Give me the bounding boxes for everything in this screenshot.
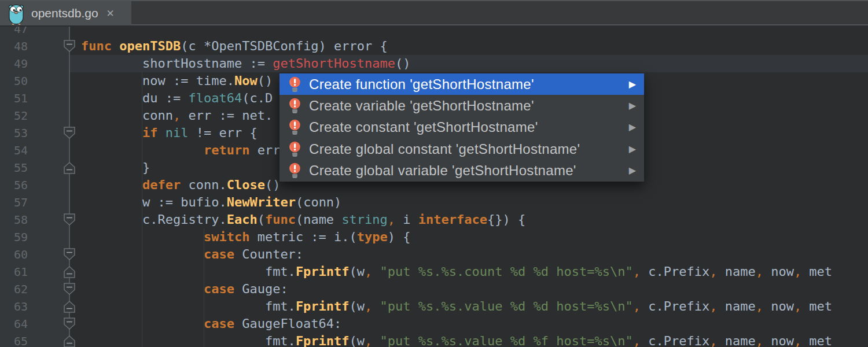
fold-marker-icon[interactable] [63,318,76,330]
code-text: du := float64(c.D [81,90,273,107]
intention-action-label: Create global constant 'getShortHostname… [309,141,629,157]
code-text: case GaugeFloat64: [81,315,341,333]
submenu-arrow-icon: ▶ [629,123,636,132]
intention-popup: Create function 'getShortHostname'▶Creat… [279,73,644,182]
code-line: 62 case Gauge: [0,280,868,298]
tab-opentsdb[interactable]: opentsdb.go ✕ [0,1,131,25]
line-number: 47 [0,27,28,38]
line-number: 60 [0,246,28,263]
fold-marker-icon[interactable] [63,40,76,53]
go-gopher-icon [7,3,25,25]
submenu-arrow-icon: ▶ [629,80,636,89]
code-line: 64 case GaugeFloat64: [0,315,868,333]
code-text: conn, err := net. [81,107,273,124]
code-line: 63 fmt.Fprintf(w, "put %s.%s.value %d %d… [0,298,868,315]
line-number: 56 [0,176,28,194]
code-line: 48func openTSDB(c *OpenTSDBConfig) error… [0,38,868,55]
lightbulb-icon [288,141,301,157]
code-text: shortHostname := getShortHostname() [81,55,411,72]
line-number: 53 [0,124,28,142]
code-line: 57 w := bufio.NewWriter(conn) [0,194,868,211]
code-line: 61 fmt.Fprintf(w, "put %s.%s.count %d %d… [0,263,868,280]
line-number: 59 [0,228,28,246]
intention-action-item[interactable]: Create constant 'getShortHostname'▶ [279,117,644,138]
line-number: 48 [0,38,28,55]
line-number: 62 [0,280,28,298]
intention-action-label: Create global variable 'getShortHostname… [309,163,629,179]
submenu-arrow-icon: ▶ [629,101,636,110]
code-line: 65 fmt.Fprintf(w, "put %s.%s.value %d %f… [0,333,868,347]
code-line: 60 case Counter: [0,246,868,263]
lightbulb-icon [288,119,301,135]
code-text: fmt.Fprintf(w, "put %s.%s.value %d %d ho… [81,298,832,315]
code-text: now := time.Now() [81,72,273,90]
line-number: 55 [0,159,28,176]
code-line: 58 c.Registry.Each(func(name string, i i… [0,211,868,228]
close-icon[interactable]: ✕ [106,9,115,19]
intention-action-label: Create constant 'getShortHostname' [309,119,629,135]
fold-marker-icon[interactable] [63,300,76,313]
lightbulb-icon [288,76,301,93]
fold-marker-icon[interactable] [63,127,76,139]
lightbulb-icon [288,98,301,114]
code-text: func openTSDB(c *OpenTSDBConfig) error { [81,38,388,55]
code-text: case Gauge: [81,280,288,298]
line-number: 50 [0,72,28,90]
fold-marker-icon[interactable] [63,161,76,174]
line-number: 52 [0,107,28,124]
tab-label: opentsdb.go [31,6,98,20]
intention-action-label: Create variable 'getShortHostname' [309,98,629,114]
code-line: 47 [0,27,868,38]
fold-marker-icon[interactable] [63,213,76,226]
line-number: 54 [0,142,28,159]
code-text: if nil != err { [81,124,258,142]
code-text: fmt.Fprintf(w, "put %s.%s.count %d %d ho… [81,263,832,280]
fold-marker-icon[interactable] [63,335,76,347]
code-text: defer conn.Close() [81,176,280,194]
code-text: return err [81,142,280,159]
code-text: } [81,159,150,176]
code-line: 49 shortHostname := getShortHostname() [0,55,868,72]
submenu-arrow-icon: ▶ [629,166,636,175]
intention-action-label: Create function 'getShortHostname' [309,76,629,93]
line-number: 64 [0,315,28,333]
line-number: 61 [0,263,28,280]
fold-marker-icon[interactable] [63,265,76,278]
code-line: 59 switch metric := i.(type) { [0,228,868,246]
line-number: 58 [0,211,28,228]
line-number: 51 [0,90,28,107]
tab-bar: opentsdb.go ✕ [0,0,868,25]
line-number: 65 [0,333,28,347]
intention-action-item[interactable]: Create function 'getShortHostname'▶ [279,73,644,95]
line-number: 63 [0,298,28,315]
code-text: fmt.Fprintf(w, "put %s.%s.value %d %f ho… [81,333,832,347]
lightbulb-icon [288,163,301,179]
line-number: 49 [0,55,28,72]
code-text: c.Registry.Each(func(name string, i inte… [81,211,525,228]
code-text: switch metric := i.(type) { [81,228,411,246]
code-text: case Counter: [81,246,303,263]
code-text: w := bufio.NewWriter(conn) [81,194,341,211]
intention-action-item[interactable]: Create global variable 'getShortHostname… [279,160,644,182]
submenu-arrow-icon: ▶ [629,145,636,154]
fold-marker-icon[interactable] [63,248,76,261]
fold-marker-icon[interactable] [63,283,76,296]
intention-action-item[interactable]: Create global constant 'getShortHostname… [279,138,644,160]
line-number: 57 [0,194,28,211]
intention-action-item[interactable]: Create variable 'getShortHostname'▶ [279,95,644,116]
